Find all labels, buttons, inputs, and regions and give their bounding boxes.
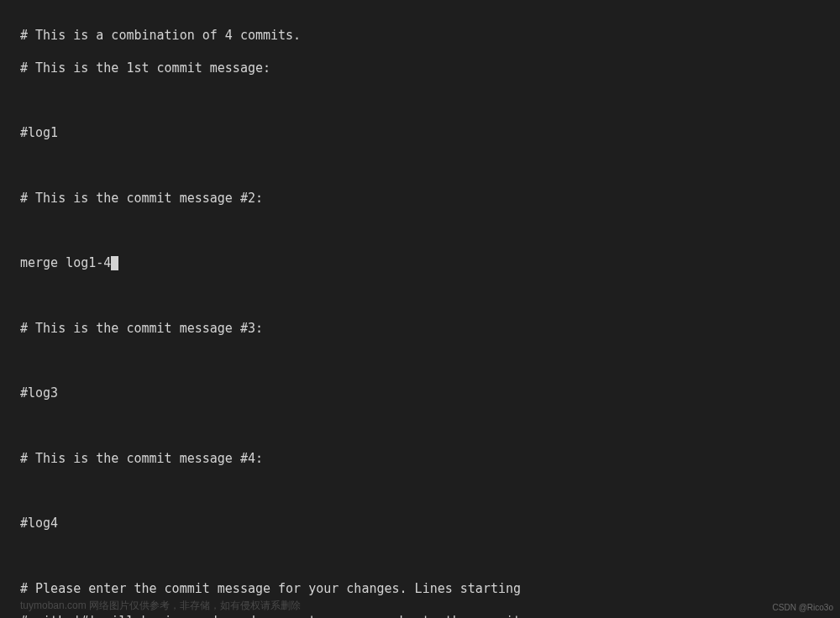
vim-editor[interactable]: # This is a combination of 4 commits. # …	[0, 0, 840, 618]
commit-message-line: # This is a combination of 4 commits.	[20, 28, 820, 45]
commit-message-line: # with '#' will be ignored, and an empty…	[20, 614, 820, 619]
commit-message-line	[20, 158, 820, 174]
watermark-text-right: CSDN @Rico3o	[773, 602, 833, 613]
commit-message-line: # This is the commit message #2:	[20, 191, 820, 207]
cursor-line-text: merge log1-4	[20, 255, 111, 270]
commit-message-line	[20, 354, 820, 369]
commit-message-line: #log4	[20, 516, 820, 532]
commit-message-line: #log3	[20, 385, 820, 402]
commit-message-line	[20, 288, 820, 304]
commit-message-line: # Please enter the commit message for yo…	[20, 581, 820, 598]
commit-message-line	[20, 548, 820, 564]
commit-message-line: merge log1-4	[20, 255, 820, 272]
commit-message-line	[20, 93, 820, 109]
commit-message-line: # This is the commit message #4:	[20, 451, 820, 468]
commit-message-line	[20, 484, 820, 500]
commit-message-line: #log1	[20, 125, 820, 142]
commit-message-line	[20, 418, 820, 434]
watermark-text-left: tuymoban.com 网络图片仅供参考，非存储，如有侵权请系删除	[20, 600, 301, 613]
commit-message-line: # This is the 1st commit message:	[20, 60, 820, 77]
commit-message-line	[20, 223, 820, 239]
commit-message-line: # This is the commit message #3:	[20, 321, 820, 338]
cursor	[111, 256, 118, 270]
